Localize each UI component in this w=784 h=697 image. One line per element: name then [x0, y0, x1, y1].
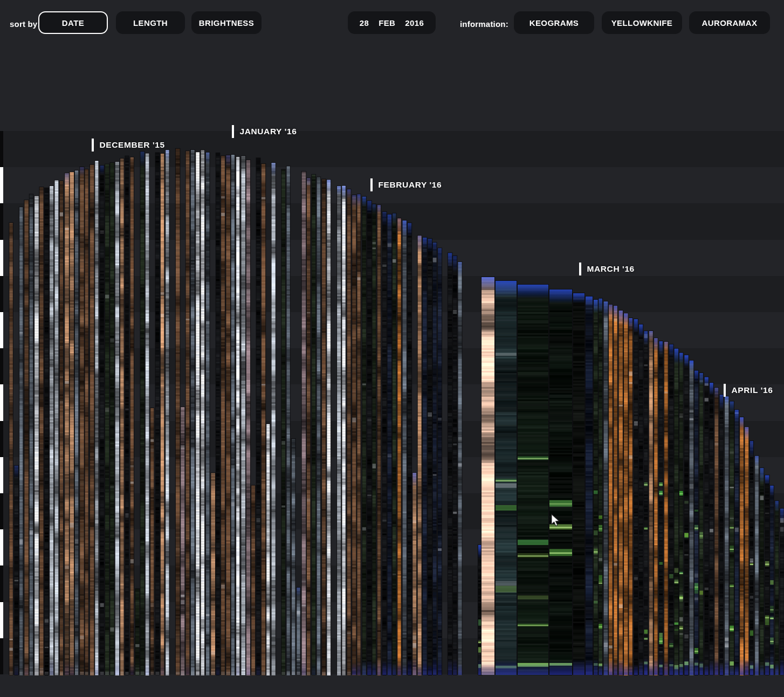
month-label: DECEMBER '15 [92, 139, 165, 151]
toolbar: sort by: DATE LENGTH BRIGHTNESS 28 FEB 2… [0, 0, 784, 49]
info-button-auroramax[interactable]: AURORAMAX [689, 11, 770, 34]
keogram-browser-app: DECEMBER '15JANUARY '16FEBRUARY '16MARCH… [0, 0, 784, 697]
month-tick-icon [579, 263, 581, 275]
moon-phase-bar [0, 675, 784, 697]
month-label: JANUARY '16 [232, 125, 297, 138]
info-button-keograms[interactable]: KEOGRAMS [514, 11, 594, 34]
date-day: 28 [360, 18, 369, 27]
month-tick-icon [370, 178, 373, 191]
selected-date-display: 28 FEB 2016 [348, 11, 436, 34]
sort-button-brightness[interactable]: BRIGHTNESS [191, 11, 262, 34]
info-button-yellowknife[interactable]: YELLOWKNIFE [602, 11, 682, 34]
month-label-text: FEBRUARY '16 [379, 180, 442, 190]
month-label-text: APRIL '16 [732, 385, 773, 395]
date-month: FEB [379, 18, 395, 27]
month-label: MARCH '16 [579, 263, 635, 275]
month-tick-icon [232, 125, 234, 138]
month-label: APRIL '16 [724, 384, 773, 397]
information-label: information: [460, 19, 508, 29]
month-label-text: DECEMBER '15 [100, 140, 165, 150]
keogram-strips-canvas[interactable] [0, 0, 784, 697]
month-tick-icon [92, 139, 94, 151]
sort-button-length[interactable]: LENGTH [116, 11, 185, 34]
month-label: FEBRUARY '16 [370, 178, 442, 191]
month-label-text: MARCH '16 [587, 264, 635, 274]
month-label-text: JANUARY '16 [240, 127, 297, 136]
date-year: 2016 [405, 18, 424, 27]
sort-button-date[interactable]: DATE [38, 11, 108, 34]
sort-by-label: sort by: [10, 19, 40, 29]
month-tick-icon [724, 384, 726, 397]
